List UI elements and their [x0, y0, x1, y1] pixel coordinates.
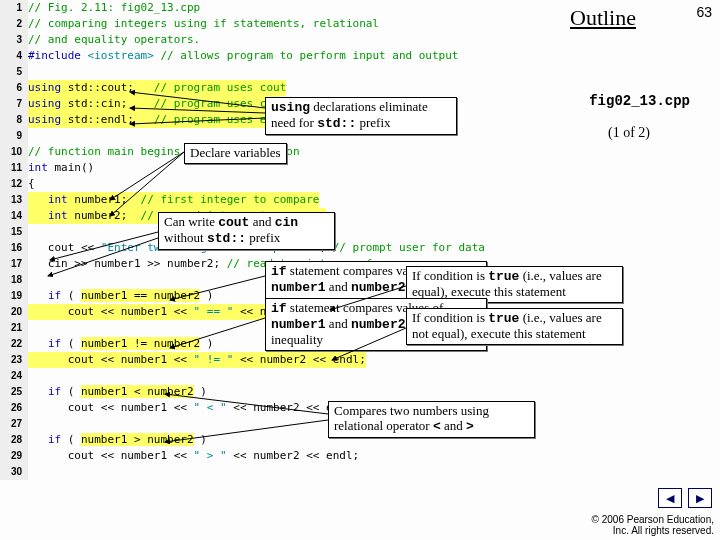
next-icon: ▶	[696, 492, 704, 505]
outline-title: Outline	[570, 5, 636, 30]
nav-buttons: ◀ ▶	[658, 488, 712, 508]
code-content: cout << number1 << " > " << number2 << e…	[28, 448, 359, 464]
line-number: 11	[0, 160, 28, 176]
line-number: 22	[0, 336, 28, 352]
code-content: using std::cout; // program uses cout	[28, 80, 286, 96]
line-number: 5	[0, 64, 28, 80]
txt: using	[271, 100, 310, 115]
callout-coutcin: Can write cout and cin without std:: pre…	[158, 212, 335, 250]
code-line: 6using std::cout; // program uses cout	[0, 80, 560, 96]
txt: number1	[271, 317, 326, 332]
code-content: if ( number1 > number2 )	[28, 432, 207, 448]
code-line: 25 if ( number1 < number2 )	[0, 384, 560, 400]
line-number: 13	[0, 192, 28, 208]
line-number: 24	[0, 368, 28, 384]
figure-filename: fig02_13.cpp	[589, 93, 690, 109]
txt: std::	[207, 231, 246, 246]
code-line: 2// comparing integers using if statemen…	[0, 16, 560, 32]
txt: std::	[317, 116, 356, 131]
code-line: 5	[0, 64, 560, 80]
line-number: 29	[0, 448, 28, 464]
code-line: 23 cout << number1 << " != " << number2 …	[0, 352, 560, 368]
txt: <	[433, 419, 441, 434]
txt: and	[326, 316, 351, 331]
txt: number1	[271, 280, 326, 295]
line-number: 4	[0, 48, 28, 64]
line-number: 15	[0, 224, 28, 240]
callout-relational: Compares two numbers using relational op…	[328, 401, 535, 438]
line-number: 10	[0, 144, 28, 160]
txt: and	[326, 279, 351, 294]
code-content: #include <iostream> // allows program to…	[28, 48, 458, 64]
code-line: 3// and equality operators.	[0, 32, 560, 48]
txt: if	[271, 264, 287, 279]
line-number: 26	[0, 400, 28, 416]
right-column: Outline	[570, 5, 710, 31]
line-number: 28	[0, 432, 28, 448]
txt: cout	[218, 215, 249, 230]
line-number: 6	[0, 80, 28, 96]
code-content: if ( number1 == number2 )	[28, 288, 213, 304]
txt: cin	[275, 215, 298, 230]
line-number: 19	[0, 288, 28, 304]
code-line: 1// Fig. 2.11: fig02_13.cpp	[0, 0, 560, 16]
txt: true	[488, 269, 519, 284]
copyright-footer: © 2006 Pearson Education, Inc. All right…	[592, 514, 714, 536]
txt: number2	[351, 317, 406, 332]
txt: true	[488, 311, 519, 326]
line-number: 16	[0, 240, 28, 256]
line-number: 27	[0, 416, 28, 432]
code-content: int main()	[28, 160, 94, 176]
code-content: // comparing integers using if statement…	[28, 16, 379, 32]
line-number: 14	[0, 208, 28, 224]
line-number: 23	[0, 352, 28, 368]
txt: If condition is	[412, 268, 488, 283]
prev-icon: ◀	[666, 492, 674, 505]
code-line: 30	[0, 464, 560, 480]
footer-line2: Inc. All rights reserved.	[592, 525, 714, 536]
callout-true-notequal: If condition is true (i.e., values are n…	[406, 308, 623, 345]
code-line: 12{	[0, 176, 560, 192]
code-line: 13 int number1; // first integer to comp…	[0, 192, 560, 208]
code-content: cout << number1 << " < " << number2 << e…	[28, 400, 359, 416]
line-number: 7	[0, 96, 28, 112]
line-number: 17	[0, 256, 28, 272]
code-line: 29 cout << number1 << " > " << number2 <…	[0, 448, 560, 464]
slide: 1// Fig. 2.11: fig02_13.cpp2// comparing…	[0, 0, 720, 540]
callout-using: using declarations eliminate need for st…	[265, 97, 457, 135]
code-content: cout << number1 << " != " << number2 << …	[28, 352, 366, 368]
txt: and	[441, 418, 466, 433]
txt: >	[466, 419, 474, 434]
line-number: 25	[0, 384, 28, 400]
txt: Can write	[164, 214, 218, 229]
txt: and	[249, 214, 274, 229]
line-number: 3	[0, 32, 28, 48]
code-content: if ( number1 < number2 )	[28, 384, 207, 400]
code-content: if ( number1 != number2 )	[28, 336, 213, 352]
line-number: 12	[0, 176, 28, 192]
code-content: // Fig. 2.11: fig02_13.cpp	[28, 0, 200, 16]
code-content: {	[28, 176, 35, 192]
code-content: // and equality operators.	[28, 32, 200, 48]
code-content: int number1; // first integer to compare	[28, 192, 319, 208]
line-number: 30	[0, 464, 28, 480]
txt: If condition is	[412, 310, 488, 325]
callout-declare: Declare variables	[184, 143, 287, 164]
footer-line1: © 2006 Pearson Education,	[592, 514, 714, 525]
line-number: 18	[0, 272, 28, 288]
prev-button[interactable]: ◀	[658, 488, 682, 508]
txt: prefix	[356, 115, 390, 130]
txt: prefix	[246, 230, 280, 245]
line-number: 2	[0, 16, 28, 32]
code-content: using std::cin; // program uses cin	[28, 96, 280, 112]
txt: without	[164, 230, 207, 245]
line-number: 9	[0, 128, 28, 144]
code-content: using std::endl; // program uses endl	[28, 112, 286, 128]
code-line: 24	[0, 368, 560, 384]
line-number: 8	[0, 112, 28, 128]
txt: number2	[351, 280, 406, 295]
next-button[interactable]: ▶	[688, 488, 712, 508]
code-line: 4#include <iostream> // allows program t…	[0, 48, 560, 64]
txt: Declare variables	[190, 145, 281, 160]
line-number: 20	[0, 304, 28, 320]
